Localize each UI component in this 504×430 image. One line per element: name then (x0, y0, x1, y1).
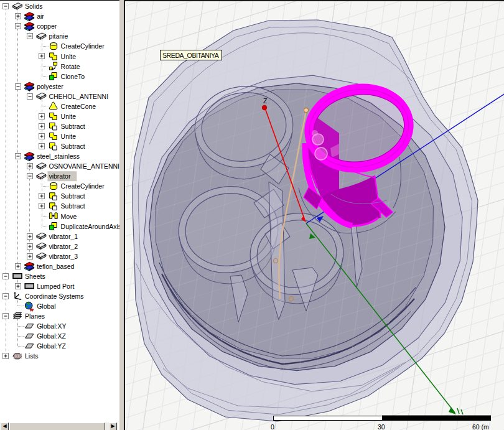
svg-text:Global: Global (37, 302, 55, 310)
svg-text:Lists: Lists (25, 352, 39, 360)
svg-text:60 (m: 60 (m (472, 423, 489, 430)
svg-text:vibrator_2: vibrator_2 (49, 243, 78, 250)
svg-text:vibrator: vibrator (49, 172, 71, 180)
svg-text:copper: copper (37, 22, 57, 30)
svg-text:teflon_based: teflon_based (37, 263, 74, 270)
svg-text:Unite: Unite (61, 113, 77, 120)
svg-text:steel_stainless: steel_stainless (37, 152, 80, 160)
svg-text:Unite: Unite (61, 53, 77, 60)
svg-text:Global:YZ: Global:YZ (37, 342, 66, 350)
svg-text:30: 30 (378, 423, 385, 430)
svg-text:SREDA_OBITANIYA: SREDA_OBITANIYA (162, 52, 219, 59)
svg-text:Subtract: Subtract (61, 143, 85, 150)
svg-text:Unite: Unite (61, 133, 77, 140)
svg-text:vibrator_1: vibrator_1 (49, 233, 78, 240)
svg-text:vibrator_3: vibrator_3 (49, 253, 78, 260)
svg-text:Sheets: Sheets (25, 273, 45, 280)
svg-text:DuplicateAroundAxis: DuplicateAroundAxis (61, 223, 119, 230)
svg-text:Rotate: Rotate (61, 63, 80, 70)
svg-text:OSNOVANIE_ANTENNI: OSNOVANIE_ANTENNI (49, 162, 119, 170)
svg-text:Planes: Planes (25, 312, 45, 320)
svg-text:Subtract: Subtract (61, 192, 85, 200)
svg-text:Lumped Port: Lumped Port (37, 283, 74, 290)
svg-text:Global:XY: Global:XY (37, 322, 66, 330)
svg-text:CHEHOL_ANTENNI: CHEHOL_ANTENNI (49, 93, 108, 100)
svg-text:polyester: polyester (37, 83, 63, 90)
svg-text:Z: Z (263, 97, 268, 105)
svg-text:Subtract: Subtract (61, 202, 85, 210)
svg-text:Coordinate Systems: Coordinate Systems (25, 292, 84, 300)
svg-text:CreateCylinder: CreateCylinder (61, 42, 105, 50)
svg-text:CloneTo: CloneTo (61, 73, 85, 80)
svg-text:Global:XZ: Global:XZ (37, 332, 66, 340)
svg-text:pitanie: pitanie (49, 32, 68, 40)
svg-text:0: 0 (271, 423, 274, 430)
svg-text:Subtract: Subtract (61, 123, 85, 130)
svg-text:CreateCone: CreateCone (61, 103, 96, 110)
svg-text:Solids: Solids (25, 2, 43, 10)
svg-text:CreateCylinder: CreateCylinder (61, 182, 105, 190)
svg-text:air: air (37, 12, 44, 20)
svg-text:Move: Move (61, 213, 77, 220)
